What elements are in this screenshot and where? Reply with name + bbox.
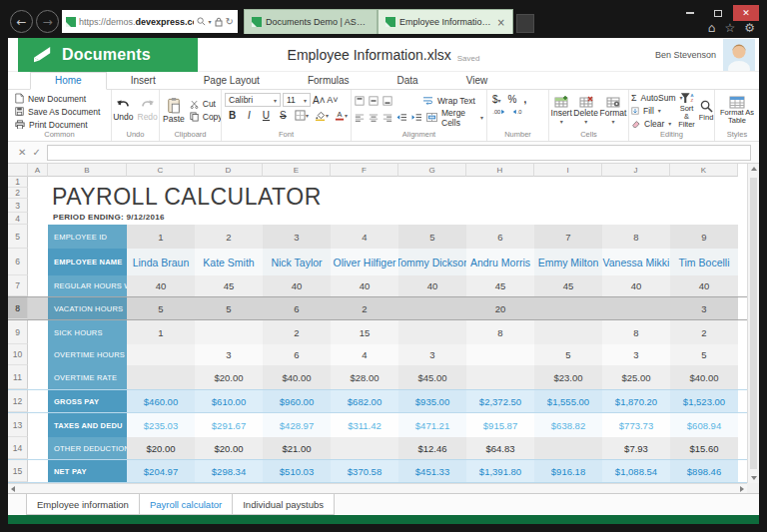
paste-button[interactable]: Paste: [163, 97, 185, 124]
row-header[interactable]: 13: [8, 413, 28, 437]
cell[interactable]: 3: [670, 297, 738, 319]
format-cells-button[interactable]: Format ▾: [599, 96, 626, 125]
cell[interactable]: $916.18: [534, 460, 602, 482]
align-left-icon[interactable]: [355, 113, 365, 122]
cell[interactable]: [466, 344, 534, 365]
cell[interactable]: 40: [263, 275, 331, 296]
vertical-scroll-thumb[interactable]: [750, 178, 757, 469]
cell[interactable]: $64.83: [466, 437, 534, 459]
cell[interactable]: 4: [331, 344, 398, 365]
cell[interactable]: 8: [602, 320, 670, 344]
cell[interactable]: 2: [670, 320, 738, 344]
cell[interactable]: [28, 460, 48, 482]
cell[interactable]: Andru Morris: [466, 249, 534, 275]
cell[interactable]: $460.00: [127, 390, 195, 412]
cell[interactable]: $638.82: [534, 413, 602, 437]
sheet-tab-payroll-calculator[interactable]: Payroll calculator: [139, 494, 233, 515]
cell[interactable]: $1,555.00: [534, 390, 602, 412]
cell[interactable]: $1,870.20: [602, 390, 670, 412]
minimize-button[interactable]: [677, 5, 703, 21]
cell[interactable]: $1,391.80: [466, 460, 534, 482]
row-label-cell[interactable]: VACATION HOURS: [48, 297, 127, 319]
undo-button[interactable]: Undo: [113, 99, 133, 122]
cell[interactable]: 6: [466, 225, 534, 249]
close-button[interactable]: ✕: [733, 5, 759, 21]
cell[interactable]: [28, 320, 48, 344]
column-header[interactable]: J: [602, 164, 670, 177]
cell[interactable]: $7.93: [602, 437, 670, 459]
cell[interactable]: 6: [263, 344, 331, 365]
row-header[interactable]: 7: [8, 275, 28, 296]
cell[interactable]: $2,372.50: [466, 390, 534, 412]
row-header[interactable]: 8: [8, 297, 28, 319]
cell[interactable]: Nick Taylor: [263, 249, 331, 275]
cell[interactable]: 2: [331, 297, 398, 319]
wrap-text-button[interactable]: Wrap Text: [422, 94, 475, 107]
cell[interactable]: 45: [534, 275, 602, 296]
row-header[interactable]: 4: [8, 213, 28, 225]
scroll-right-icon[interactable]: [740, 486, 744, 492]
column-header[interactable]: B: [48, 164, 127, 177]
cell[interactable]: 5: [127, 297, 195, 319]
sheet-tab-individual-paystubs[interactable]: Individual paystubs: [232, 494, 335, 515]
cell[interactable]: $20.00: [127, 437, 195, 459]
horizontal-scrollbar[interactable]: [8, 483, 747, 493]
cell[interactable]: 40: [398, 275, 466, 296]
align-top-icon[interactable]: [355, 96, 365, 106]
redo-button[interactable]: Redo: [138, 99, 158, 122]
column-header[interactable]: I: [534, 164, 602, 177]
cell[interactable]: $311.42: [331, 413, 398, 437]
row-label-cell[interactable]: OVERTIME HOURS: [48, 344, 127, 365]
shrink-font-button[interactable]: A˅: [327, 95, 339, 105]
settings-gear-icon[interactable]: ⚙: [744, 21, 755, 35]
row-header[interactable]: 9: [8, 320, 28, 344]
cell[interactable]: $25.00: [602, 365, 670, 389]
cell[interactable]: [28, 390, 48, 412]
cell[interactable]: 1: [127, 225, 195, 249]
cell[interactable]: Vanessa Mikki: [602, 249, 670, 275]
cell[interactable]: $12.46: [398, 437, 466, 459]
autosum-button[interactable]: Σ AutoSum ▾: [629, 92, 675, 104]
align-right-icon[interactable]: [383, 113, 392, 122]
search-icon[interactable]: [197, 17, 206, 26]
cell[interactable]: [28, 344, 48, 365]
underline-button[interactable]: U: [261, 110, 272, 121]
ribbon-tab-view[interactable]: View: [442, 73, 512, 89]
cell[interactable]: $471.21: [398, 413, 466, 437]
row-label-cell[interactable]: GROSS PAY: [48, 390, 127, 412]
row-label-cell[interactable]: OVERTIME RATE: [48, 365, 127, 389]
vertical-scrollbar[interactable]: [747, 164, 759, 483]
save-as-document-button[interactable]: Save As Document: [8, 105, 111, 118]
cell[interactable]: 3: [602, 344, 670, 365]
row-header[interactable]: 5: [8, 225, 28, 249]
cell[interactable]: $21.00: [263, 437, 331, 459]
bold-button[interactable]: B: [227, 110, 238, 121]
cell[interactable]: 5: [534, 344, 602, 365]
cell[interactable]: 45: [466, 275, 534, 296]
borders-button[interactable]: ▾: [295, 110, 309, 121]
row-header[interactable]: 10: [8, 344, 28, 365]
cell[interactable]: $20.00: [195, 437, 263, 459]
row-label-cell[interactable]: REGULAR HOURS W: [48, 275, 127, 296]
print-document-button[interactable]: Print Document: [8, 118, 111, 129]
cell[interactable]: 2: [195, 225, 263, 249]
cell[interactable]: $1,088.54: [602, 460, 670, 482]
cell[interactable]: [28, 249, 48, 275]
percent-style-button[interactable]: %: [508, 94, 517, 105]
row-label-cell[interactable]: EMPLOYEE ID: [48, 225, 127, 249]
decrease-indent-icon[interactable]: [396, 113, 407, 122]
row-label-cell[interactable]: NET PAY: [48, 460, 127, 482]
back-button[interactable]: ←: [10, 10, 33, 33]
align-middle-icon[interactable]: [369, 96, 379, 106]
ribbon-tab-home[interactable]: Home: [30, 72, 107, 90]
sheet-tab-employee-information[interactable]: Employee information: [26, 494, 140, 515]
cell[interactable]: 2: [263, 320, 331, 344]
cell[interactable]: Tim Bocelli: [670, 249, 738, 275]
cell[interactable]: $291.67: [195, 413, 263, 437]
row-label-cell[interactable]: EMPLOYEE NAME: [48, 249, 127, 275]
cell[interactable]: [28, 413, 48, 437]
font-color-button[interactable]: A▾: [335, 110, 348, 121]
cell[interactable]: [534, 320, 602, 344]
tab-close-icon[interactable]: ×: [497, 17, 505, 28]
address-bar[interactable]: https://demos.devexpress.com/RWA/Documen…: [62, 10, 238, 33]
